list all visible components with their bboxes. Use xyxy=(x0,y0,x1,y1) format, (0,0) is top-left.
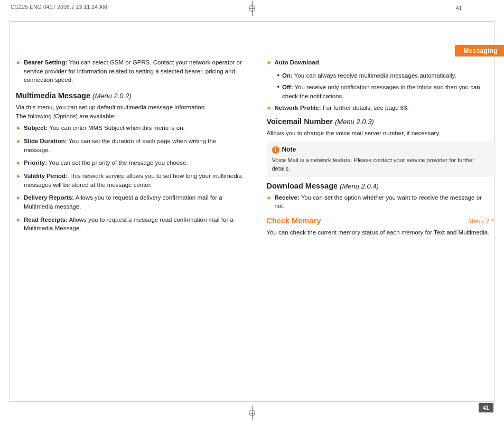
check-memory-heading: Check Memory Menu 2.* xyxy=(267,216,494,226)
auto-download-subitems: • On: You can always receive multimedia … xyxy=(275,71,494,101)
page-number-badge: 41 xyxy=(479,403,493,412)
download-message-heading: Download Message (Menu 2.0.4) xyxy=(267,181,494,191)
page-title-bar: Messaging xyxy=(455,45,504,57)
check-memory-menu-ref: Menu 2.* xyxy=(468,218,493,226)
content-area: ► Bearer Setting: You can select GSM or … xyxy=(16,58,493,391)
bullet-arrow-validity: ► xyxy=(16,172,22,180)
multimedia-message-menu-ref: (Menu 2.0.2) xyxy=(92,92,132,100)
dot-off: • xyxy=(277,82,280,92)
priority-item: ► Priority: You can set the priority of … xyxy=(16,158,243,167)
download-message-menu-ref: (Menu 2.0.4) xyxy=(340,182,379,190)
bullet-arrow-network: ► xyxy=(267,104,273,112)
note-box: i Note Voice Mail is a network feature. … xyxy=(267,142,494,176)
auto-off-text: Off: You receive only notification messa… xyxy=(282,83,493,100)
network-profile-item: ► Network Profile: For further details, … xyxy=(267,104,494,112)
right-column: ► Auto Download • On: You can always rec… xyxy=(264,58,494,391)
read-receipts-item: ► Read Receipts: Allows you to request a… xyxy=(16,215,243,233)
crop-mark-top xyxy=(249,1,255,16)
bearer-setting-item: ► Bearer Setting: You can select GSM or … xyxy=(16,58,243,84)
subject-text: Subject: You can enter MMS Subject when … xyxy=(24,124,185,133)
bearer-setting-text: Bearer Setting: You can select GSM or GP… xyxy=(24,58,243,84)
left-column: ► Bearer Setting: You can select GSM or … xyxy=(16,58,248,391)
right-margin-line xyxy=(494,21,494,402)
dot-on: • xyxy=(277,71,280,80)
note-text: Voice Mail is a network feature. Please … xyxy=(272,156,489,173)
bullet-arrow-read: ► xyxy=(16,216,22,224)
auto-off-item: • Off: You receive only notification mes… xyxy=(277,83,494,100)
bullet-arrow-receive: ► xyxy=(267,194,273,202)
multimedia-message-intro: Via this menu, you can set up default mu… xyxy=(16,103,243,120)
note-title: i Note xyxy=(272,145,489,154)
top-margin-line xyxy=(10,21,494,22)
auto-on-item: • On: You can always receive multimedia … xyxy=(277,71,494,80)
check-memory-intro: You can check the current memory status … xyxy=(267,228,494,237)
bullet-arrow-slide: ► xyxy=(16,137,22,145)
auto-on-text: On: You can always receive multimedia me… xyxy=(282,71,456,80)
voicemail-intro: Allows you to change the voice mail serv… xyxy=(267,129,494,138)
header-meta: CG225 ENG 0417 2006.7.13 11:24 AM xyxy=(11,4,107,10)
subject-item: ► Subject: You can enter MMS Subject whe… xyxy=(16,124,243,133)
note-icon: i xyxy=(272,146,279,154)
bullet-arrow-auto: ► xyxy=(267,59,273,67)
receive-item: ► Receive: You can set the option whethe… xyxy=(267,193,494,211)
read-receipts-text: Read Receipts: Allows you to request a m… xyxy=(24,215,243,233)
validity-period-item: ► Validity Period: This network service … xyxy=(16,172,243,189)
auto-download-text: Auto Download xyxy=(274,58,319,67)
delivery-reports-text: Delivery Reports: Allows you to request … xyxy=(24,193,243,211)
bullet-arrow-subject: ► xyxy=(16,124,22,132)
voicemail-heading: Voicemail Number (Menu 2.0.3) xyxy=(267,117,494,127)
priority-text: Priority: You can set the priority of th… xyxy=(24,158,188,167)
bullet-arrow-delivery: ► xyxy=(16,194,22,202)
bottom-margin-line xyxy=(10,401,494,402)
voicemail-menu-ref: (Menu 2.0.3) xyxy=(335,118,374,126)
left-margin-line xyxy=(10,21,10,402)
bullet-arrow-priority: ► xyxy=(16,159,22,167)
multimedia-message-heading: Multimedia Message (Menu 2.0.2) xyxy=(16,91,243,101)
bullet-arrow-bearer: ► xyxy=(16,59,22,67)
crop-mark-bottom xyxy=(249,406,255,420)
receive-text: Receive: You can set the option whether … xyxy=(274,193,493,211)
network-profile-text: Network Profile: For further details, se… xyxy=(274,104,408,112)
delivery-reports-item: ► Delivery Reports: Allows you to reques… xyxy=(16,193,243,211)
validity-period-text: Validity Period: This network service al… xyxy=(24,172,243,189)
slide-duration-text: Slide Duration: You can set the duration… xyxy=(24,137,243,154)
page-container: CG225 ENG 0417 2006.7.13 11:24 AM 41 Mes… xyxy=(0,0,504,423)
header-page-ref: 41 xyxy=(456,5,462,11)
slide-duration-item: ► Slide Duration: You can set the durati… xyxy=(16,137,243,154)
auto-download-heading-item: ► Auto Download xyxy=(267,58,494,67)
